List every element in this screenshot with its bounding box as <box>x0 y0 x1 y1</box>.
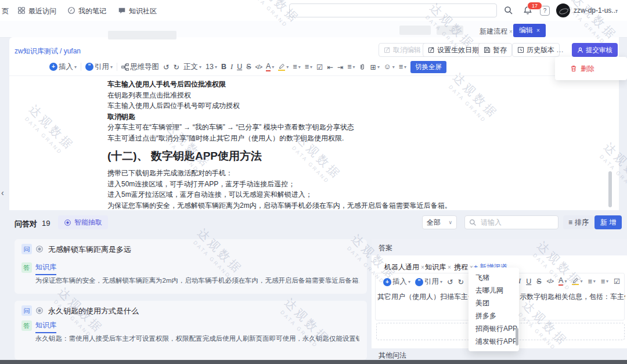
save-draft-button[interactable]: 暂存 <box>478 43 512 57</box>
indent-button[interactable]: ⇥ <box>337 63 343 71</box>
strikethrough-button[interactable]: S <box>536 277 541 286</box>
user-menu-chevron-icon[interactable]: ▾ <box>615 8 618 13</box>
dropdown-item-spdb-app[interactable]: 浦发银行APP <box>469 335 519 348</box>
close-icon[interactable]: × <box>448 264 451 271</box>
dropdown-item-fliggy[interactable]: 飞猪 <box>469 271 519 284</box>
mindmap-button[interactable]: 思维导图 <box>121 62 159 72</box>
emoji-button[interactable]: ☺▾ <box>384 63 395 71</box>
redo-button[interactable]: ↻ <box>174 63 179 71</box>
paperclip-icon <box>359 63 366 71</box>
more-actions-button[interactable]: … <box>556 45 564 54</box>
mindmap-icon <box>121 63 129 71</box>
strikethrough-button[interactable]: S <box>246 63 251 71</box>
outdent-button[interactable]: ⇤ <box>327 63 333 71</box>
cancel-edit-button[interactable]: 取消编辑 <box>379 43 426 57</box>
ordered-list-button[interactable]: ≡▾ <box>305 63 312 71</box>
tab-close-icon[interactable]: × <box>509 28 513 35</box>
smart-extract-button[interactable]: 智能抽取 <box>58 215 108 229</box>
answer-text: 为保证您车辆的安全，无感解锁车辆距离为2m内，启动车辆手机必须在车内，无感开启后… <box>35 276 359 285</box>
answer-panel-header: 答案 <box>372 239 627 255</box>
table-button[interactable]: ⊞▾ <box>370 63 380 71</box>
set-effective-date-button[interactable]: 设置生效日期 <box>423 43 484 57</box>
user-avatar[interactable] <box>556 3 570 17</box>
code-button[interactable]: </> <box>255 64 262 70</box>
bullet-list-button[interactable]: ≡▾ <box>293 63 300 71</box>
nav-item-community[interactable]: 知识社区 <box>129 6 157 16</box>
search-icon[interactable] <box>504 6 513 15</box>
delete-menu-item[interactable]: 删除 <box>581 64 594 74</box>
highlight-pen-icon <box>572 277 579 285</box>
align-button[interactable]: ≡▾ <box>347 63 355 71</box>
nav-item-notes[interactable]: 我的笔记 <box>78 6 106 16</box>
highlight-pen-icon <box>278 63 285 71</box>
dropdown-item-cmb-app[interactable]: 招商银行APP <box>469 322 519 335</box>
qa-search-input[interactable] <box>480 218 552 227</box>
answer-editor-text-left[interactable]: 其它用户（使用人）扫描车主分享的 <box>377 292 469 302</box>
ai-gear-icon <box>64 219 71 226</box>
question-text[interactable]: 永久钥匙的使用方式是什么 <box>48 306 139 316</box>
qa-filter-select[interactable]: 全部∨ <box>422 215 457 229</box>
font-color-button[interactable]: A▾ <box>558 277 567 286</box>
bold-button[interactable]: B <box>221 63 226 71</box>
underline-button[interactable]: U <box>237 63 242 71</box>
dropdown-item-pinduoduo[interactable]: 拼多多 <box>469 309 519 322</box>
bullet-list-button[interactable]: ≡▾ <box>588 277 595 286</box>
chevron-down-icon: ∨ <box>448 219 452 225</box>
italic-button[interactable]: I <box>230 63 233 71</box>
ordered-list-button[interactable]: ≡▾ <box>601 277 608 286</box>
global-search-input[interactable] <box>294 5 488 16</box>
quote-circle-icon: ” <box>85 63 93 71</box>
answer-badge: 答 <box>21 262 32 273</box>
channel-tab-robot-general[interactable]: 机器人通用× <box>384 262 424 272</box>
font-size-select[interactable]: 13▾ <box>206 63 217 71</box>
redo-button[interactable]: ↻ <box>458 277 464 286</box>
quote-button[interactable]: ”引用▾ <box>415 277 442 287</box>
nav-item-recent[interactable]: 最近访问 <box>28 6 56 16</box>
dropdown-item-meituan[interactable]: 美团 <box>469 297 519 309</box>
add-qa-button[interactable]: 新 增 <box>594 215 622 229</box>
quote-button[interactable]: ”引用▾ <box>85 62 113 72</box>
font-color-button[interactable]: A▾ <box>266 63 274 71</box>
close-icon[interactable]: × <box>421 264 424 271</box>
knowledge-community-icon <box>118 6 126 15</box>
dropdown-item-qunar[interactable]: 去哪儿网 <box>469 284 519 297</box>
answer-source-tab[interactable]: 知识库 <box>35 262 56 275</box>
channel-tab-knowledge-base[interactable]: 知识库× <box>425 262 451 272</box>
highlight-color-button[interactable]: ▾ <box>278 63 289 71</box>
tab-edit-active[interactable]: 编辑× <box>513 24 546 37</box>
insert-button[interactable]: +插入▾ <box>383 277 410 287</box>
highlight-color-button[interactable]: ▾ <box>572 277 582 285</box>
link-button[interactable] <box>359 63 366 71</box>
quote-circle-icon: ” <box>415 278 423 286</box>
answer-editor-text-right[interactable]: 示数字钥匙相关信息，包括：车主信息、车 <box>520 292 625 302</box>
line-spacing-button[interactable]: ≡▾ <box>399 63 406 71</box>
task-list-button[interactable]: ☑ <box>614 277 620 286</box>
document-scrollbar[interactable] <box>608 171 612 207</box>
history-versions-button[interactable]: 历史版本 <box>512 43 560 57</box>
dropdown-scrollbar[interactable] <box>516 328 518 345</box>
submit-review-button[interactable]: 提交审核 <box>572 43 618 57</box>
nav-item-home[interactable]: 页 <box>2 6 9 16</box>
collapse-sidebar-icon[interactable]: ‹ <box>1 188 4 197</box>
username-label[interactable]: zzw-dp-1-us... <box>574 6 617 15</box>
underline-button[interactable]: U <box>526 277 531 286</box>
tab-new-process[interactable]: 新建流程× <box>480 27 513 37</box>
insert-button[interactable]: +插入▾ <box>49 62 77 72</box>
trash-icon <box>570 65 577 72</box>
question-text[interactable]: 无感解锁车辆距离是多远 <box>48 244 131 255</box>
task-list-button[interactable]: ☑ <box>316 63 323 71</box>
undo-button[interactable]: ↺ <box>447 277 453 286</box>
toggle-fullscreen-button[interactable]: 切换全屏 <box>410 61 446 73</box>
sort-icon: ≡ <box>568 218 572 226</box>
breadcrumb[interactable]: zw知识库测试 / yufan <box>15 46 81 56</box>
paragraph-style-select[interactable]: 正文▾ <box>183 62 201 72</box>
tab-close-icon[interactable]: × <box>536 27 540 34</box>
answer-source-tab[interactable]: 知识库 <box>35 320 56 333</box>
plus-circle-icon: + <box>49 63 57 71</box>
channel-dropdown-menu: 飞猪 去哪儿网 美团 拼多多 招商银行APP 浦发银行APP <box>469 268 519 351</box>
blurred-tab-2 <box>437 26 463 35</box>
code-button[interactable]: </> <box>547 278 553 284</box>
document-body[interactable]: 车主输入使用人手机号后四位批准权限 在钥匙列表里点击批准授权 车主输入使用人后四… <box>107 79 607 211</box>
undo-button[interactable]: ↺ <box>163 63 169 71</box>
sort-button[interactable]: ≡ 排序 <box>563 215 594 229</box>
